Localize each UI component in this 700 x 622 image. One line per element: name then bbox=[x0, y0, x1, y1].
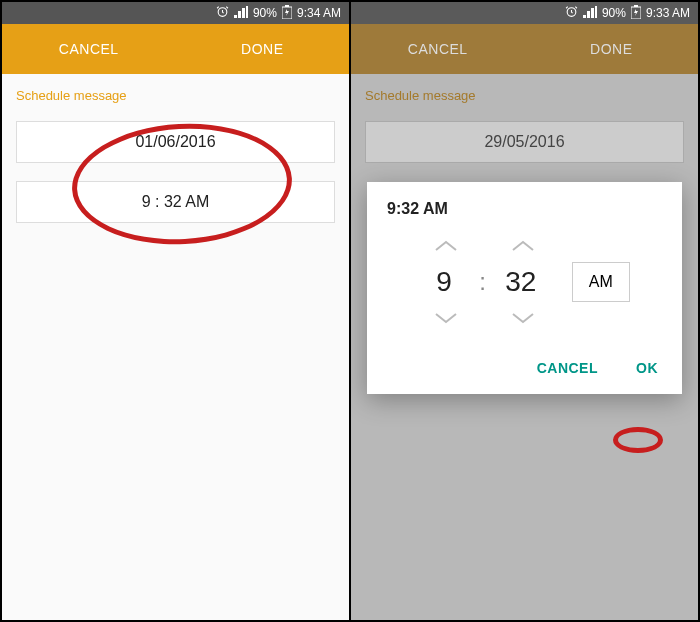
time-spinners: 9 : 32 AM bbox=[387, 240, 662, 324]
content-area: Schedule message 29/05/2016 bbox=[351, 74, 698, 195]
ampm-toggle[interactable]: AM bbox=[572, 262, 630, 302]
dialog-cancel-button[interactable]: CANCEL bbox=[533, 354, 602, 382]
minute-value[interactable]: 32 bbox=[505, 266, 536, 298]
status-time: 9:34 AM bbox=[297, 6, 341, 20]
status-time: 9:33 AM bbox=[646, 6, 690, 20]
section-label: Schedule message bbox=[16, 88, 335, 103]
alarm-icon bbox=[216, 5, 229, 21]
date-field[interactable]: 29/05/2016 bbox=[365, 121, 684, 163]
chevron-down-icon[interactable] bbox=[434, 312, 454, 324]
action-bar: CANCEL DONE bbox=[2, 24, 349, 74]
battery-icon bbox=[282, 5, 292, 22]
battery-percent: 90% bbox=[602, 6, 626, 20]
status-icons: 90% 9:34 AM bbox=[216, 5, 341, 22]
action-bar: CANCEL DONE bbox=[351, 24, 698, 74]
date-field[interactable]: 01/06/2016 bbox=[16, 121, 335, 163]
time-field[interactable]: 9 : 32 AM bbox=[16, 181, 335, 223]
svg-rect-2 bbox=[285, 5, 289, 7]
screenshot-left: 90% 9:34 AM CANCEL DONE Schedule message… bbox=[2, 2, 351, 620]
dialog-ok-button[interactable]: OK bbox=[632, 354, 662, 382]
battery-icon bbox=[631, 5, 641, 22]
status-bar: 90% 9:33 AM bbox=[351, 2, 698, 24]
cancel-button[interactable]: CANCEL bbox=[2, 41, 176, 57]
done-button[interactable]: DONE bbox=[525, 41, 699, 57]
signal-icon bbox=[234, 6, 248, 21]
annotation-ellipse bbox=[613, 427, 663, 453]
status-icons: 90% 9:33 AM bbox=[565, 5, 690, 22]
time-colon: : bbox=[479, 268, 486, 296]
screenshot-right: 90% 9:33 AM CANCEL DONE Schedule message… bbox=[351, 2, 698, 620]
dialog-title: 9:32 AM bbox=[387, 200, 662, 218]
svg-rect-5 bbox=[634, 5, 638, 7]
cancel-button[interactable]: CANCEL bbox=[351, 41, 525, 57]
content-area: Schedule message 01/06/2016 9 : 32 AM bbox=[2, 74, 349, 255]
done-button[interactable]: DONE bbox=[176, 41, 350, 57]
chevron-down-icon[interactable] bbox=[511, 312, 531, 324]
minute-spinner: 32 bbox=[496, 240, 546, 324]
dialog-actions: CANCEL OK bbox=[387, 354, 662, 382]
hour-spinner: 9 bbox=[419, 240, 469, 324]
signal-icon bbox=[583, 6, 597, 21]
section-label: Schedule message bbox=[365, 88, 684, 103]
status-bar: 90% 9:34 AM bbox=[2, 2, 349, 24]
chevron-up-icon[interactable] bbox=[511, 240, 531, 252]
hour-value[interactable]: 9 bbox=[436, 266, 452, 298]
alarm-icon bbox=[565, 5, 578, 21]
chevron-up-icon[interactable] bbox=[434, 240, 454, 252]
battery-percent: 90% bbox=[253, 6, 277, 20]
time-picker-dialog: 9:32 AM 9 : 32 AM bbox=[367, 182, 682, 394]
